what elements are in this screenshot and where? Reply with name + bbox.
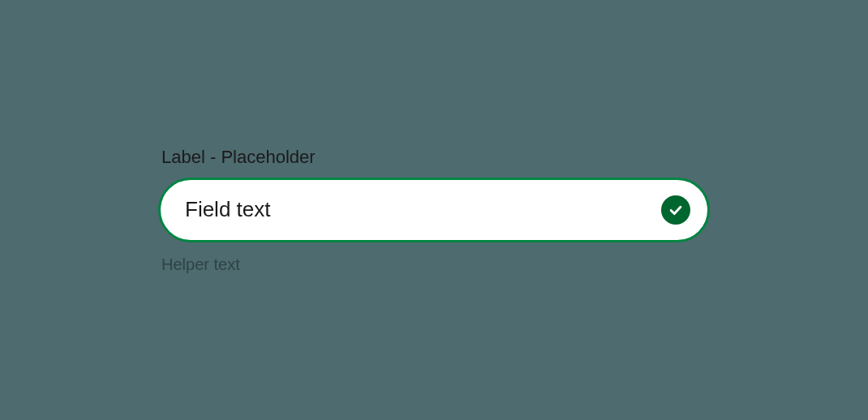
text-field-group: Label - Placeholder Helper text bbox=[158, 147, 710, 274]
field-label: Label - Placeholder bbox=[161, 147, 710, 168]
text-input[interactable] bbox=[158, 178, 710, 242]
helper-text: Helper text bbox=[161, 255, 710, 274]
check-success-icon bbox=[661, 195, 690, 225]
input-wrapper bbox=[158, 178, 710, 242]
